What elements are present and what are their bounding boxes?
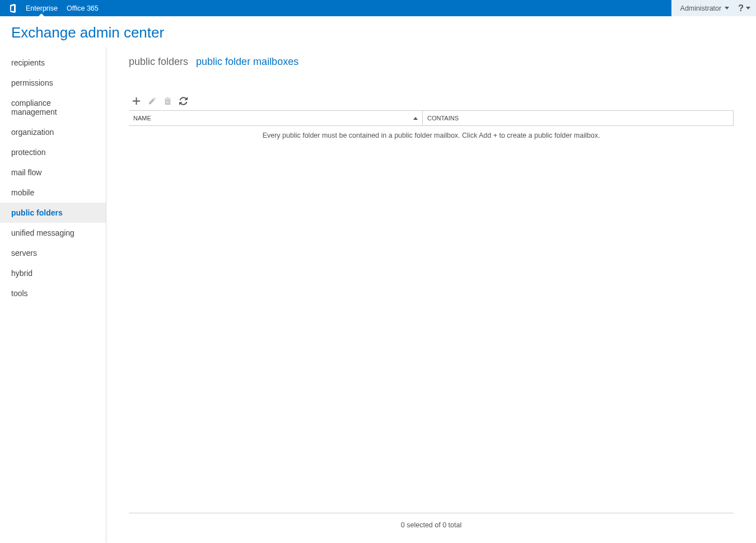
- sidebar-item-organization[interactable]: organization: [0, 122, 106, 142]
- column-header-contains[interactable]: CONTAINS: [423, 111, 734, 125]
- sidebar-item-hybrid[interactable]: hybrid: [0, 263, 106, 283]
- tab-public-folders[interactable]: public folders: [129, 56, 188, 68]
- sidebar-item-compliance-management[interactable]: compliance management: [0, 93, 106, 122]
- tab-public-folder-mailboxes[interactable]: public folder mailboxes: [196, 56, 298, 68]
- column-header-name[interactable]: NAME: [129, 111, 423, 125]
- caret-down-icon: [725, 7, 729, 10]
- column-header-name-label: NAME: [133, 115, 151, 121]
- topbar-right: Administrator ?: [671, 0, 756, 16]
- toolbar: [129, 96, 734, 106]
- sidebar-item-permissions[interactable]: permissions: [0, 73, 106, 93]
- topbar-link-enterprise[interactable]: Enterprise: [21, 0, 62, 16]
- caret-down-icon: [746, 7, 750, 10]
- delete-button: [162, 96, 172, 106]
- pencil-icon: [148, 97, 156, 105]
- tab-bar: public folders public folder mailboxes: [129, 56, 734, 68]
- user-label: Administrator: [680, 4, 722, 12]
- topbar-link-office365[interactable]: Office 365: [62, 0, 103, 16]
- refresh-icon: [179, 97, 188, 105]
- topbar: Enterprise Office 365 Administrator ?: [0, 0, 756, 16]
- main-content: public folders public folder mailboxes N…: [106, 47, 756, 542]
- table-body: Every public folder must be contained in…: [129, 126, 734, 542]
- help-menu[interactable]: ?: [738, 3, 750, 13]
- sidebar-item-public-folders[interactable]: public folders: [0, 203, 106, 223]
- table-spacer: [129, 145, 734, 513]
- office-logo-icon[interactable]: [4, 0, 21, 16]
- sort-ascending-icon: [413, 117, 418, 120]
- sidebar-item-mobile[interactable]: mobile: [0, 182, 106, 203]
- selection-status: 0 selected of 0 total: [129, 513, 734, 542]
- add-button[interactable]: [131, 96, 141, 106]
- column-header-contains-label: CONTAINS: [427, 115, 459, 121]
- plus-icon: [132, 97, 141, 105]
- sidebar-item-servers[interactable]: servers: [0, 243, 106, 263]
- topbar-left: Enterprise Office 365: [0, 0, 103, 16]
- user-menu[interactable]: Administrator: [677, 4, 733, 12]
- sidebar-item-recipients[interactable]: recipients: [0, 53, 106, 73]
- sidebar-item-protection[interactable]: protection: [0, 142, 106, 162]
- sidebar-item-unified-messaging[interactable]: unified messaging: [0, 223, 106, 243]
- sidebar-item-tools[interactable]: tools: [0, 283, 106, 303]
- sidebar-item-mail-flow[interactable]: mail flow: [0, 162, 106, 182]
- table-header: NAME CONTAINS: [129, 110, 734, 126]
- refresh-button[interactable]: [178, 96, 188, 106]
- trash-icon: [164, 97, 172, 105]
- edit-button: [147, 96, 157, 106]
- page-title: Exchange admin center: [0, 16, 756, 47]
- empty-table-message: Every public folder must be contained in…: [129, 126, 734, 145]
- sidebar: recipients permissions compliance manage…: [0, 47, 106, 542]
- body-wrap: recipients permissions compliance manage…: [0, 47, 756, 542]
- help-icon: ?: [738, 3, 744, 13]
